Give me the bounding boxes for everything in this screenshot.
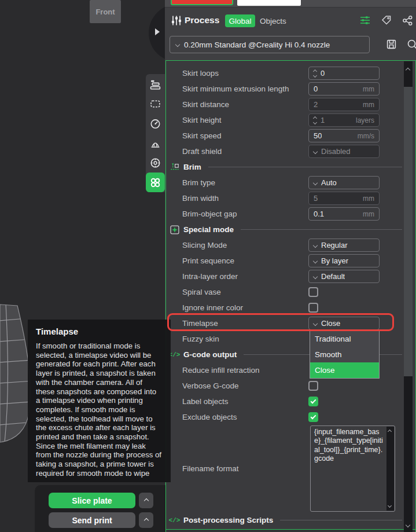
setting-row-filename-format: Filename format{input_filename_base}_{fi… bbox=[166, 425, 416, 512]
select-intra-layer-order[interactable]: Default bbox=[308, 270, 380, 283]
slice-options-button[interactable] bbox=[139, 493, 153, 508]
slice-plate-label: Slice plate bbox=[72, 496, 112, 505]
slice-plate-button[interactable]: Slice plate bbox=[49, 493, 135, 508]
menu-item-close[interactable]: Close bbox=[310, 362, 379, 378]
tab-quality[interactable] bbox=[146, 74, 165, 94]
value-input-skirt-loops[interactable]: 0 bbox=[308, 67, 380, 80]
chevron-down-icon bbox=[313, 180, 318, 185]
scroll-down-icon[interactable] bbox=[388, 504, 392, 508]
tag-icon[interactable] bbox=[381, 15, 392, 26]
setting-label: Exclude objects bbox=[182, 413, 308, 421]
filament-color-bar[interactable] bbox=[171, 0, 233, 5]
scroll-up-icon[interactable] bbox=[406, 68, 410, 72]
section-brim: Brim bbox=[166, 159, 416, 175]
support-icon bbox=[150, 138, 161, 149]
section-title: G-code output bbox=[183, 350, 237, 359]
spinner-up-icon[interactable] bbox=[313, 69, 317, 73]
tab-objects-label: Objects bbox=[260, 17, 286, 25]
input-value: 5 bbox=[314, 194, 318, 203]
chevron-down-icon bbox=[313, 274, 318, 278]
timelapse-dropdown-menu: TraditionalSmoothClose bbox=[310, 331, 380, 379]
select-draft-shield[interactable]: Disabled bbox=[308, 145, 380, 158]
top-toolbar-strip bbox=[165, 0, 416, 8]
value-input-brim-width[interactable]: 5mm bbox=[308, 192, 380, 205]
setting-row-brim-type: Brim typeAuto bbox=[166, 175, 416, 190]
setting-row-slicing-mode: Slicing ModeRegular bbox=[166, 237, 416, 253]
setting-label: Brim width bbox=[182, 194, 308, 203]
value-input-skirt-minimum-extrusion-length[interactable]: 0mm bbox=[308, 82, 380, 96]
value-input-skirt-height[interactable]: 1layers bbox=[308, 113, 380, 127]
chevron-down-icon bbox=[175, 42, 180, 47]
checkbox-spiral-vase[interactable] bbox=[308, 287, 318, 297]
value-input-skirt-distance[interactable]: 2mm bbox=[308, 98, 380, 111]
scroll-up-icon[interactable] bbox=[388, 430, 392, 434]
scrollbar-thumb[interactable] bbox=[404, 87, 413, 376]
checkbox-verbose-g-code[interactable] bbox=[308, 381, 318, 391]
spinner-up-icon[interactable] bbox=[313, 116, 317, 120]
spinner[interactable] bbox=[314, 117, 316, 124]
chevron-up-icon bbox=[143, 518, 148, 522]
menu-item-traditional[interactable]: Traditional bbox=[310, 331, 379, 347]
tooltip-title: Timelapse bbox=[36, 326, 163, 336]
select-value: Disabled bbox=[321, 147, 351, 156]
search-icon[interactable] bbox=[407, 39, 416, 50]
input-value: 50 bbox=[314, 131, 322, 140]
value-input-skirt-speed[interactable]: 50mm/s bbox=[308, 129, 380, 142]
section-divider bbox=[241, 229, 402, 230]
scroll-down-icon[interactable] bbox=[406, 523, 410, 527]
setting-label: Draft shield bbox=[182, 147, 308, 156]
setting-label: Slicing Mode bbox=[182, 241, 308, 250]
timelapse-highlight-annotation bbox=[167, 313, 394, 331]
tab-objects[interactable]: Objects bbox=[260, 17, 286, 25]
filename-format-textarea[interactable]: {input_filename_base}_{filament_type[ini… bbox=[310, 425, 395, 512]
select-brim-type[interactable]: Auto bbox=[308, 176, 380, 189]
input-unit: layers bbox=[356, 116, 374, 124]
setting-row-skirt-speed: Skirt speed50mm/s bbox=[166, 128, 416, 144]
textarea-scrollbar[interactable] bbox=[386, 427, 394, 511]
advanced-params-icon[interactable] bbox=[359, 15, 371, 25]
value-input-brim-object-gap[interactable]: 0.1mm bbox=[308, 207, 380, 221]
select-print-sequence[interactable]: By layer bbox=[308, 254, 380, 267]
check-icon bbox=[311, 414, 316, 420]
checkbox-exclude-objects[interactable] bbox=[308, 412, 318, 422]
chevron-down-icon bbox=[313, 149, 318, 153]
settings-scroll-area: Skirt loops0Skirt minimum extrusion leng… bbox=[165, 60, 416, 532]
tab-plate[interactable] bbox=[146, 94, 165, 113]
setting-row-print-sequence: Print sequenceBy layer bbox=[166, 253, 416, 269]
checkbox-ignore-inner-color[interactable] bbox=[308, 303, 318, 313]
tab-global[interactable]: Global bbox=[225, 14, 255, 27]
save-icon[interactable] bbox=[386, 39, 397, 50]
share-icon[interactable] bbox=[402, 15, 413, 26]
setting-label: Skirt loops bbox=[182, 69, 308, 78]
checkbox-label-objects[interactable] bbox=[308, 397, 318, 406]
select-slicing-mode[interactable]: Regular bbox=[308, 239, 380, 252]
settings-rows: Skirt loops0Skirt minimum extrusion leng… bbox=[166, 61, 416, 528]
menu-item-smooth[interactable]: Smooth bbox=[310, 347, 379, 362]
send-print-button[interactable]: Send print bbox=[49, 512, 135, 528]
spinner-down-icon[interactable] bbox=[313, 73, 317, 77]
select-value: By layer bbox=[321, 256, 348, 265]
chevron-up-icon bbox=[143, 498, 148, 502]
tab-cooling[interactable] bbox=[146, 153, 165, 173]
preset-select[interactable]: 0.20mm Standard @Creality Hi 0.4 nozzle bbox=[170, 36, 370, 53]
filament-color-bar-white[interactable] bbox=[237, 0, 301, 6]
setting-label: Intra-layer order bbox=[182, 272, 308, 281]
orientation-cube-front[interactable]: Front bbox=[90, 0, 121, 23]
setting-row-intra-layer-order: Intra-layer orderDefault bbox=[166, 269, 416, 284]
gcode-icon: </> bbox=[170, 517, 179, 524]
setting-row-spiral-vase: Spiral vase bbox=[166, 284, 416, 300]
spinner[interactable] bbox=[314, 70, 316, 77]
input-value: 2 bbox=[314, 100, 318, 109]
tooltip-body: If smooth or traditional mode is selecte… bbox=[36, 342, 163, 478]
panel-scrollbar[interactable] bbox=[404, 61, 413, 532]
tab-speed[interactable] bbox=[146, 113, 165, 133]
tab-others[interactable] bbox=[146, 173, 165, 192]
check-icon bbox=[311, 398, 316, 404]
spinner-down-icon[interactable] bbox=[313, 120, 317, 124]
checkbox-slot bbox=[308, 381, 380, 391]
setting-label: Skirt minimum extrusion length bbox=[182, 85, 308, 93]
send-options-button[interactable] bbox=[139, 512, 153, 528]
section-divider bbox=[280, 520, 402, 520]
tab-support[interactable] bbox=[146, 133, 165, 153]
setting-label: Skirt distance bbox=[182, 100, 308, 109]
